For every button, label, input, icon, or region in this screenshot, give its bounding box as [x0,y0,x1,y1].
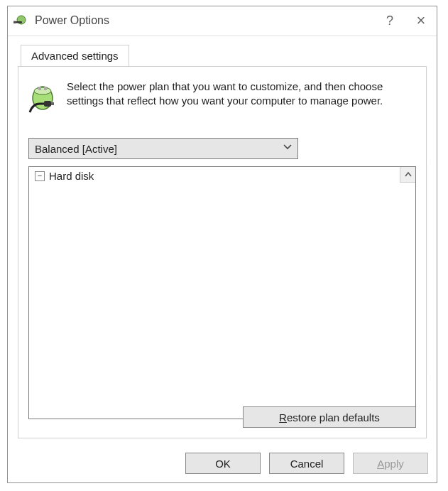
ok-button[interactable]: OK [185,453,261,474]
tree-item-hard-disk[interactable]: − Hard disk [29,167,415,185]
power-plan-selector[interactable]: Balanced [Active] [28,138,298,159]
window-title: Power Options [35,14,109,27]
close-icon: × [417,11,426,30]
mnemonic: A [377,458,384,470]
button-label: Cancel [290,458,324,470]
titlebar: Power Options ? × [8,6,437,35]
battery-icon [28,81,60,117]
close-button[interactable]: × [405,6,437,35]
app-icon [13,13,29,28]
svg-rect-7 [44,101,51,107]
restore-plan-defaults-button[interactable]: Restore plan defaults [243,406,416,428]
power-options-window: Power Options ? × Advanced settings [7,6,437,483]
svg-rect-5 [38,87,41,90]
apply-button: Apply [353,453,428,474]
button-label-rest: pply [384,458,404,470]
help-icon: ? [386,14,393,28]
svg-rect-6 [44,87,47,90]
power-plan-selected-value: Balanced [Active] [35,143,117,155]
tab-label: Advanced settings [31,50,119,62]
dialog-button-row: OK Cancel Apply [185,453,428,474]
svg-rect-8 [51,102,54,105]
cancel-button[interactable]: Cancel [269,453,344,474]
help-button[interactable]: ? [374,6,405,35]
scrollbar-up-button[interactable] [400,167,415,183]
button-label-rest: estore plan defaults [287,411,380,423]
advanced-settings-panel: Select the power plan that you want to c… [18,66,427,438]
client-area: Advanced settings Select the power plan … [8,36,437,482]
svg-rect-1 [15,21,22,23]
svg-rect-2 [13,21,16,24]
button-label: OK [215,458,231,470]
tree-item-label: Hard disk [49,170,94,182]
mnemonic: R [279,411,287,423]
settings-tree[interactable]: − Hard disk [28,166,416,419]
chevron-down-icon [283,143,292,151]
tab-advanced-settings[interactable]: Advanced settings [21,45,129,66]
svg-point-4 [34,87,51,95]
tree-collapse-icon[interactable]: − [35,171,45,181]
tab-strip: Advanced settings [21,45,129,66]
intro-text: Select the power plan that you want to c… [67,80,413,109]
